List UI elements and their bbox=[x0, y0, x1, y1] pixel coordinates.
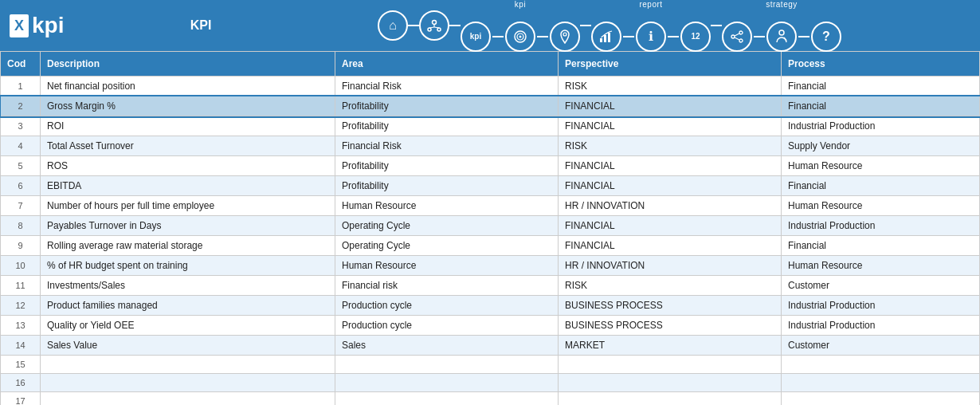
cell-perspective: RISK bbox=[559, 136, 782, 156]
table-row[interactable]: 16 bbox=[1, 374, 980, 392]
cell-cod: 8 bbox=[1, 216, 41, 236]
share-icon[interactable] bbox=[722, 22, 752, 52]
cell-description: Rolling average raw material storage bbox=[41, 236, 335, 256]
cell-process: Industrial Production bbox=[782, 216, 980, 236]
cell-description: Total Asset Turnover bbox=[41, 136, 335, 156]
target-icon[interactable] bbox=[505, 22, 535, 52]
cell-description: EBITDA bbox=[41, 176, 335, 196]
table-row[interactable]: 11Investments/SalesFinancial riskRISKCus… bbox=[1, 276, 980, 296]
cell-process bbox=[782, 392, 980, 406]
cell-process bbox=[782, 356, 980, 374]
cell-description bbox=[41, 374, 335, 392]
cell-area: Profitability bbox=[335, 176, 559, 196]
home-icon[interactable]: ⌂ bbox=[378, 10, 408, 41]
svg-point-1 bbox=[428, 28, 431, 31]
connector-2 bbox=[449, 25, 461, 26]
cell-description: ROI bbox=[41, 116, 335, 136]
table-area: Cod Description Area Perspective Process… bbox=[0, 51, 980, 405]
cell-area: Profitability bbox=[335, 156, 559, 176]
table-row[interactable]: 10% of HR budget spent on trainingHuman … bbox=[1, 256, 980, 276]
svg-point-0 bbox=[433, 21, 437, 25]
table-row[interactable]: 1Net financial positionFinancial RiskRIS… bbox=[1, 77, 980, 96]
table-row[interactable]: 5ROSProfitabilityFINANCIALHuman Resource bbox=[1, 156, 980, 176]
strategy-nav-group: strategy bbox=[722, 0, 841, 52]
cell-cod: 9 bbox=[1, 236, 41, 256]
table-row[interactable]: 9Rolling average raw material storageOpe… bbox=[1, 236, 980, 256]
table-row[interactable]: 4Total Asset TurnoverFinancial RiskRISKS… bbox=[1, 136, 980, 156]
cell-area: Profitability bbox=[335, 96, 559, 116]
connector-7 bbox=[668, 36, 679, 37]
kpi-group-label: kpi bbox=[515, 0, 526, 9]
cell-area: Human Resource bbox=[335, 196, 559, 216]
connector-3 bbox=[492, 36, 504, 37]
location-icon[interactable] bbox=[550, 22, 580, 52]
svg-point-8 bbox=[519, 35, 522, 37]
calendar-icon[interactable]: 12 bbox=[680, 22, 711, 52]
table-row[interactable]: 3ROIProfitabilityFINANCIALIndustrial Pro… bbox=[1, 116, 980, 136]
logo-text: kpi bbox=[32, 13, 64, 38]
col-header-perspective: Perspective bbox=[559, 52, 782, 77]
cell-description: Sales Value bbox=[41, 336, 335, 356]
kpi-table: Cod Description Area Perspective Process… bbox=[0, 51, 980, 405]
cell-perspective: BUSINESS PROCESS bbox=[559, 296, 782, 316]
cell-cod: 17 bbox=[1, 392, 41, 406]
cell-perspective: BUSINESS PROCESS bbox=[559, 316, 782, 336]
cell-area: Sales bbox=[335, 336, 559, 356]
cell-process: Human Resource bbox=[782, 156, 980, 176]
connector-5 bbox=[580, 25, 591, 26]
table-row[interactable]: 12Product families managedProduction cyc… bbox=[1, 296, 980, 316]
svg-point-13 bbox=[739, 31, 743, 34]
col-header-area: Area bbox=[335, 52, 559, 77]
cell-cod: 4 bbox=[1, 136, 41, 156]
table-row[interactable]: 15 bbox=[1, 356, 980, 374]
table-header-row: Cod Description Area Perspective Process bbox=[1, 52, 980, 77]
header-title: KPI bbox=[153, 18, 249, 33]
table-row[interactable]: 7Number of hours per full time employeeH… bbox=[1, 196, 980, 216]
svg-point-14 bbox=[731, 35, 735, 38]
cell-cod: 2 bbox=[1, 96, 41, 116]
table-row[interactable]: 14Sales ValueSalesMARKETCustomer bbox=[1, 336, 980, 356]
info-icon[interactable]: ℹ bbox=[636, 22, 666, 52]
cell-process: Financial bbox=[782, 96, 980, 116]
table-row[interactable]: 2Gross Margin %ProfitabilityFINANCIALFin… bbox=[1, 96, 980, 116]
cell-description: % of HR budget spent on training bbox=[41, 256, 335, 276]
cell-cod: 3 bbox=[1, 116, 41, 136]
cell-process: Financial bbox=[782, 236, 980, 256]
report-nav-group: report ℹ 12 bbox=[591, 0, 711, 52]
cell-area: Financial Risk bbox=[335, 77, 559, 96]
logo-box: X bbox=[10, 14, 29, 37]
cell-area: Operating Cycle bbox=[335, 236, 559, 256]
kpi-nav-group: kpi kpi bbox=[461, 0, 580, 52]
kpi-icon[interactable]: kpi bbox=[461, 22, 491, 52]
org-icon[interactable] bbox=[419, 10, 449, 41]
cell-perspective: FINANCIAL bbox=[559, 96, 782, 116]
cell-area: Financial risk bbox=[335, 276, 559, 296]
cell-perspective bbox=[559, 356, 782, 374]
cell-description: ROS bbox=[41, 156, 335, 176]
cell-process: Customer bbox=[782, 276, 980, 296]
cell-perspective: RISK bbox=[559, 276, 782, 296]
cell-process: Financial bbox=[782, 77, 980, 96]
table-row[interactable]: 13Quality or Yield OEEProduction cycleBU… bbox=[1, 316, 980, 336]
cell-process: Industrial Production bbox=[782, 316, 980, 336]
connector-9 bbox=[754, 36, 765, 37]
cell-perspective: FINANCIAL bbox=[559, 156, 782, 176]
cell-description: Net financial position bbox=[41, 77, 335, 96]
help-icon[interactable]: ? bbox=[811, 22, 841, 52]
cell-cod: 7 bbox=[1, 196, 41, 216]
connector-1 bbox=[408, 25, 419, 26]
cell-process: Supply Vendor bbox=[782, 136, 980, 156]
cell-process bbox=[782, 374, 980, 392]
cell-description: Gross Margin % bbox=[41, 96, 335, 116]
chart-icon[interactable] bbox=[591, 22, 621, 52]
table-row[interactable]: 17 bbox=[1, 392, 980, 406]
svg-rect-11 bbox=[604, 35, 606, 42]
svg-point-15 bbox=[739, 39, 743, 42]
logo-area: X kpi bbox=[10, 13, 153, 38]
col-header-description: Description bbox=[41, 52, 335, 77]
cell-perspective: FINANCIAL bbox=[559, 116, 782, 136]
table-row[interactable]: 6EBITDAProfitabilityFINANCIALFinancial bbox=[1, 176, 980, 196]
table-row[interactable]: 8Payables Turnover in DaysOperating Cycl… bbox=[1, 216, 980, 236]
person-icon[interactable] bbox=[766, 22, 797, 52]
cell-description: Quality or Yield OEE bbox=[41, 316, 335, 336]
